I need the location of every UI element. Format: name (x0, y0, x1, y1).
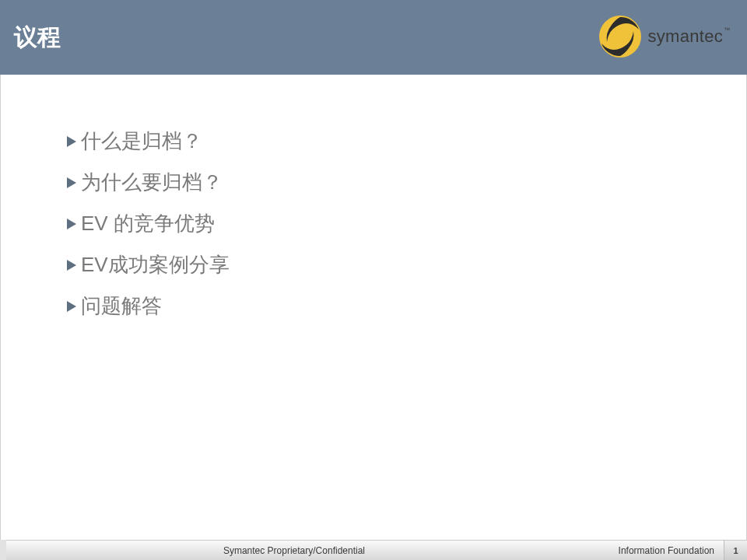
agenda-item-text: 问题解答 (81, 292, 162, 320)
slide-footer: Symantec Proprietary/Confidential Inform… (0, 540, 747, 560)
bullet-icon (67, 260, 76, 271)
bullet-icon (67, 301, 76, 312)
footer-confidential-text: Symantec Proprietary/Confidential (223, 545, 365, 556)
agenda-item: 什么是归档？ (67, 128, 747, 155)
agenda-item: 为什么要归档？ (67, 169, 747, 196)
symantec-logo-icon (598, 14, 643, 59)
footer-left-stub (0, 540, 6, 560)
footer-brandline-text: Information Foundation (619, 545, 714, 556)
slide-content: 什么是归档？ 为什么要归档？ EV 的竞争优势 EV成功案例分享 问题解答 (0, 75, 747, 320)
bullet-icon (67, 219, 76, 229)
agenda-item: 问题解答 (67, 292, 747, 320)
brand-logo: symantec™ (598, 14, 730, 59)
logo-wordmark: symantec (647, 26, 723, 46)
agenda-item-text: 什么是归档？ (81, 128, 202, 155)
agenda-item-text: EV 的竞争优势 (81, 210, 215, 237)
agenda-item-text: EV成功案例分享 (81, 251, 230, 278)
footer-page-number: 1 (724, 540, 747, 560)
footer-bar: Symantec Proprietary/Confidential Inform… (6, 540, 724, 560)
bullet-icon (67, 177, 76, 188)
agenda-item: EV 的竞争优势 (67, 210, 747, 237)
agenda-item: EV成功案例分享 (67, 251, 747, 278)
brand-logo-text: symantec™ (647, 26, 730, 47)
logo-trademark: ™ (724, 26, 730, 33)
slide-title: 议程 (14, 22, 61, 54)
slide-header: 议程 symantec™ (0, 0, 747, 75)
agenda-item-text: 为什么要归档？ (81, 169, 223, 196)
bullet-icon (67, 136, 76, 147)
